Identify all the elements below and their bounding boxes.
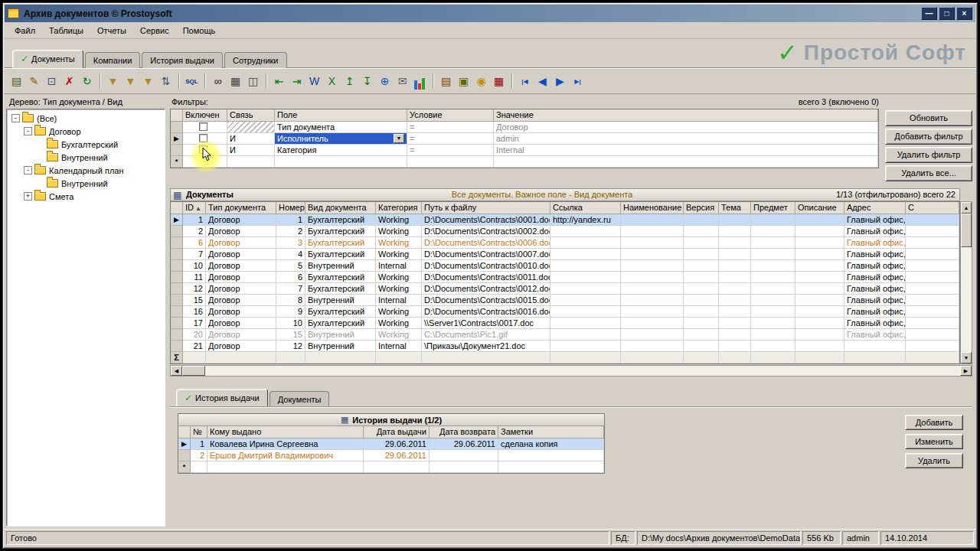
column-header-kind[interactable]: Вид документа <box>305 202 376 214</box>
filter-add-icon[interactable]: ▼ <box>122 73 139 90</box>
tab-issue-history[interactable]: История выдачи <box>142 52 223 68</box>
history-column-header[interactable]: Кому выдано <box>207 426 364 439</box>
menu-item-file[interactable]: Файл <box>8 24 42 37</box>
filter-row-2[interactable]: ▶ИИсполнитель▼=admin <box>171 133 878 145</box>
nav-prev-icon[interactable]: ◀ <box>534 73 550 90</box>
menu-item-reports[interactable]: Отчеты <box>90 24 133 37</box>
scroll-up-icon[interactable]: ▲ <box>961 202 972 214</box>
nav-next-icon[interactable]: ▶ <box>552 73 568 90</box>
collapse-icon[interactable]: - <box>11 114 20 122</box>
new-record-icon[interactable]: ▤ <box>8 73 24 90</box>
scrollbar-thumb[interactable] <box>182 366 205 376</box>
filter-new-row[interactable]: * <box>171 156 878 168</box>
document-row-6[interactable]: 6Договор3БухгалтерскийWorkingD:\Document… <box>171 237 959 249</box>
tree-item-2[interactable]: -Договор <box>8 125 165 138</box>
filter-row-3[interactable]: ИКатегория=Internal <box>171 145 878 156</box>
minimize-button[interactable]: — <box>921 7 937 20</box>
document-row-7[interactable]: 7Договор4БухгалтерскийWorkingD:\Document… <box>171 249 959 260</box>
export-down-icon[interactable]: ↧ <box>359 73 375 90</box>
filter-field-cell[interactable]: Категория <box>275 145 407 156</box>
tab-employees[interactable]: Сотрудники <box>224 52 287 68</box>
money-icon[interactable]: ◉ <box>473 73 489 90</box>
history-new-row[interactable]: * <box>178 461 604 473</box>
document-row-1[interactable]: ▶1Договор1БухгалтерскийWorkingD:\Documen… <box>171 214 959 226</box>
column-header-cat[interactable]: Категория <box>376 202 422 214</box>
column-header-ver[interactable]: Версия <box>684 202 719 214</box>
menu-item-service[interactable]: Сервис <box>133 24 176 37</box>
scroll-down-icon[interactable]: ▼ <box>961 352 972 364</box>
delete-record-icon[interactable]: ✗ <box>61 73 77 90</box>
history-column-header[interactable]: Дата возврата <box>430 426 498 439</box>
document-row-17[interactable]: 17Договор10БухгалтерскийWorking\\Server1… <box>171 318 959 329</box>
bottom-tab-documents[interactable]: Документы <box>270 391 330 407</box>
history-row-2[interactable]: 2Ершов Дмитрий Владимирович29.06.2011 <box>178 450 604 461</box>
nav-first-icon[interactable]: |◀ <box>517 73 533 90</box>
export-table-icon[interactable]: ⇥ <box>289 73 305 90</box>
delete-all-filters-button[interactable]: Удалить все... <box>885 165 972 181</box>
column-header-path[interactable]: Путь к файлу <box>422 202 550 214</box>
tree-item-6[interactable]: Внутренний <box>8 177 165 190</box>
dropdown-icon[interactable]: ▼ <box>394 134 404 143</box>
edit-record-icon[interactable]: ✎ <box>26 73 42 90</box>
column-header-theme[interactable]: Тема <box>719 202 751 214</box>
document-row-20[interactable]: 20Договор15ВнутреннийWorkingC:\Documents… <box>171 329 959 341</box>
collapse-icon[interactable]: - <box>24 127 32 135</box>
scrollbar-track[interactable] <box>182 366 960 376</box>
scrollbar-thumb[interactable] <box>961 214 972 247</box>
export-excel-icon[interactable]: X <box>324 73 340 90</box>
column-header-link[interactable]: Ссылка <box>550 202 621 214</box>
refresh-filters-button[interactable]: Обновить <box>885 110 972 126</box>
filter-field-cell[interactable]: Тип документа <box>275 122 407 133</box>
tree-item-1[interactable]: -(Все) <box>8 112 165 125</box>
menu-item-help[interactable]: Помощь <box>176 24 223 37</box>
tab-documents[interactable]: ✓Документы <box>12 50 83 68</box>
expand-icon[interactable]: + <box>24 192 32 201</box>
filter-enabled-checkbox[interactable] <box>199 145 207 154</box>
summary-icon[interactable]: ▦ <box>491 73 507 90</box>
close-button[interactable]: × <box>956 7 972 20</box>
history-edit-button[interactable]: Изменить <box>905 434 963 449</box>
scroll-right-icon[interactable]: ▶ <box>960 366 972 376</box>
column-header-addr[interactable]: Адрес <box>844 202 906 214</box>
document-row-2[interactable]: 2Договор2БухгалтерскийWorkingD:\Document… <box>171 226 959 237</box>
filter-field-cell[interactable]: Исполнитель▼ <box>275 133 407 145</box>
collapse-icon[interactable]: - <box>24 166 32 174</box>
documents-vertical-scrollbar[interactable]: ▲ ▼ <box>960 201 972 364</box>
mail-icon[interactable]: ✉ <box>394 73 410 90</box>
column-header-type[interactable]: Тип документа <box>206 202 276 214</box>
filter-enabled-checkbox[interactable] <box>199 134 207 142</box>
tree-item-7[interactable]: +Смета <box>8 190 165 203</box>
filter-clear-icon[interactable]: ▼ <box>140 73 156 90</box>
document-row-15[interactable]: 15Договор8ВнутреннийInternalD:\Documents… <box>171 295 959 306</box>
document-row-16[interactable]: 16Договор9БухгалтерскийWorkingD:\Documen… <box>171 306 959 318</box>
history-column-header[interactable]: Заметки <box>498 426 604 439</box>
add-filter-button[interactable]: Добавить фильтр <box>885 129 972 145</box>
column-header-desc[interactable]: Описание <box>795 202 844 214</box>
export-word-icon[interactable]: W <box>306 73 322 90</box>
maximize-button[interactable]: □ <box>939 7 955 20</box>
sort-icon[interactable]: ⇅ <box>158 73 174 90</box>
history-column-header[interactable]: Дата выдачи <box>364 426 430 439</box>
history-add-button[interactable]: Добавить <box>905 415 963 430</box>
scroll-left-icon[interactable]: ◀ <box>171 366 182 376</box>
filter-apply-icon[interactable]: ▼ <box>105 73 121 90</box>
filter-enabled-checkbox[interactable] <box>199 122 207 131</box>
copy-record-icon[interactable]: ⊡ <box>44 73 60 90</box>
delete-filter-button[interactable]: Удалить фильтр <box>885 147 972 163</box>
history-delete-button[interactable]: Удалить <box>905 453 963 468</box>
export-up-icon[interactable]: ↥ <box>341 73 358 90</box>
document-row-10[interactable]: 10Договор5ВнутреннийInternalD:\Documents… <box>171 260 959 272</box>
column-header-num[interactable]: Номер <box>276 202 305 214</box>
refresh-icon[interactable]: ↻ <box>79 73 95 90</box>
column-header-c[interactable]: С <box>906 202 959 214</box>
preview-icon[interactable]: ◫ <box>245 73 261 90</box>
tree-item-4[interactable]: Внутренний <box>8 151 165 164</box>
menu-item-tables[interactable]: Таблицы <box>42 24 90 37</box>
report-icon[interactable]: ▤ <box>438 73 454 90</box>
tree-item-3[interactable]: Бухгалтерский <box>8 138 165 151</box>
title-bar[interactable]: Архив документов © Prostoysoft — □ × <box>5 5 975 22</box>
history-column-header[interactable]: № <box>191 426 207 439</box>
find-icon[interactable]: ∞ <box>210 73 226 90</box>
nav-last-icon[interactable]: ▶| <box>570 73 586 90</box>
document-row-21[interactable]: 21Договор12ВнутреннийInternal\Приказы\До… <box>171 341 959 352</box>
